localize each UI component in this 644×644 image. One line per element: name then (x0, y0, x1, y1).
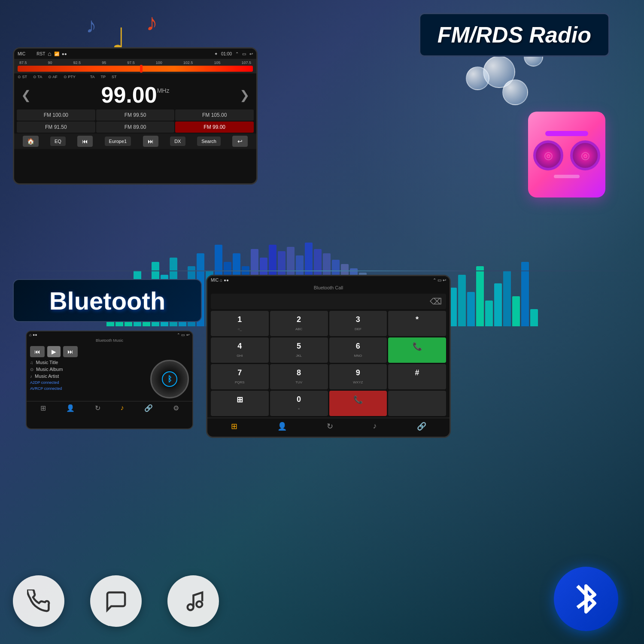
fm-scale-1025: 102.5 (183, 61, 193, 65)
key-5[interactable]: 5 JKL (270, 337, 328, 363)
bt-backspace-icon[interactable]: ⌫ (430, 296, 442, 307)
phone-circle-icon[interactable] (13, 575, 64, 627)
bt-next-button[interactable]: ⏭ (63, 346, 78, 357)
message-circle-icon[interactable] (90, 575, 142, 627)
fm-status-bar: MIC RST ⌂ 📶 ●● ✦ 01:00 ⌃ ▭ ↩ (14, 49, 256, 59)
bt-nav-link-icon[interactable]: 🔗 (144, 404, 153, 412)
key-3[interactable]: 3 DEF (329, 311, 387, 336)
key-3-main: 3 (332, 315, 385, 324)
bt-phone-nav-contacts-icon[interactable]: 👤 (277, 422, 287, 431)
key-9-sub: WXYZ (353, 380, 363, 384)
key-2-sub: ABC (295, 327, 302, 331)
fm-back-icon[interactable]: ↩ (249, 52, 253, 56)
bt-track-title-row: ♫ Music Title (30, 360, 145, 365)
bt-music-screen[interactable]: ⌂ ●● ⌃ ▭ ↩ Bluetooth Music ⏮ ▶ ⏭ ♫ Music… (26, 331, 193, 429)
fm-rst-label: RST (36, 52, 45, 56)
fm-frequency-row: ❮ 99.00 MHz ❯ (14, 80, 256, 109)
bt-play-button[interactable]: ▶ (47, 346, 61, 357)
fm-home-icon[interactable]: ⌂ (48, 50, 51, 57)
key-5-main: 5 (273, 342, 325, 351)
key-6-main: 6 (332, 342, 385, 351)
bt-disc-center: ᛒ (162, 371, 177, 387)
bt-nav-person-icon[interactable]: 👤 (66, 404, 75, 412)
fm-preset-5[interactable]: FM 89.00 (96, 122, 175, 133)
key-2[interactable]: 2 ABC (270, 311, 328, 336)
key-4-main: 4 (213, 342, 266, 351)
fm-status-left: MIC RST ⌂ 📶 ●● (18, 50, 67, 57)
fm-preset-6[interactable]: FM 99.00 (175, 122, 254, 133)
bt-nav-apps-icon[interactable]: ⊞ (40, 404, 46, 412)
key-8[interactable]: 8 TUV (270, 364, 328, 389)
fm-eq-button[interactable]: EQ (50, 137, 66, 146)
eq-bar-41 (476, 266, 484, 326)
bt-prev-button[interactable]: ⏮ (30, 346, 45, 357)
fm-expand-icon: ⌃ (235, 52, 239, 56)
boombox-speaker-left: ◎ (533, 140, 563, 170)
fm-scale-975: 97.5 (127, 61, 135, 65)
fm-search-button[interactable]: Search (197, 137, 221, 146)
fm-preset-2[interactable]: FM 99.50 (96, 109, 175, 121)
key-hash-main: # (391, 368, 444, 377)
fm-scale-105: 105 (214, 61, 220, 65)
bt-phone-nav-keypad-icon[interactable]: ⊞ (231, 422, 237, 431)
key-9[interactable]: 9 WXYZ (329, 364, 387, 389)
key-hangup[interactable]: 📞 (329, 391, 387, 416)
fm-preset-4[interactable]: FM 91.50 (17, 122, 95, 133)
bt-title-icon: ♫ (30, 360, 33, 365)
bt-artist-icon: ♪ (30, 374, 32, 379)
fm-prev-button[interactable]: ❮ (21, 88, 31, 102)
fm-europe1-button[interactable]: Europe1 (105, 137, 131, 146)
bt-track-album-row: ⊙ Music Album (30, 367, 145, 372)
fm-indicators: ⊙ ST ⊙ TA ⊙ AF ⊙ PTY TA TP ST (14, 73, 256, 80)
key-call[interactable]: 📞 (388, 337, 446, 363)
eq-bar-40 (467, 292, 475, 326)
fm-presets: FM 100.00 FM 99.50 FM 105.00 FM 91.50 FM… (14, 109, 256, 133)
key-0[interactable]: 0 + (270, 391, 328, 416)
eq-bar-44 (503, 270, 511, 326)
bt-phone-screen[interactable]: MIC ⌂ ●● ⌃ ▭ ↩ Bluetooth Call ⌫ 1 ○_ 2 A… (206, 275, 451, 438)
fm-next-button[interactable]: ❯ (240, 88, 249, 102)
key-hash[interactable]: # (388, 364, 446, 389)
boombox-area: ◎ ◎ (519, 94, 614, 215)
bt-phone-status-right: ⌃ ▭ ↩ (433, 278, 446, 283)
fm-home-button[interactable]: 🏠 (23, 136, 39, 147)
fm-slider-thumb[interactable] (140, 65, 143, 73)
key-2-main: 2 (273, 315, 325, 324)
key-4[interactable]: 4 GHI (211, 337, 269, 363)
fm-prev-track-button[interactable]: ⏮ (77, 136, 93, 147)
bt-phone-nav-link-icon[interactable]: 🔗 (417, 422, 426, 431)
bt-nav-settings-icon[interactable]: ⚙ (173, 404, 179, 412)
bluetooth-logo-circle[interactable] (554, 567, 618, 631)
bt-phone-nav-calls-icon[interactable]: ↻ (327, 422, 333, 431)
bt-nav-refresh-icon[interactable]: ↻ (95, 404, 100, 412)
bt-track-artist-row: ♪ Music Artist (30, 374, 145, 379)
key-star[interactable]: * (388, 311, 446, 336)
fm-radio-screen[interactable]: MIC RST ⌂ 📶 ●● ✦ 01:00 ⌃ ▭ ↩ 87.5 90 92.… (13, 47, 258, 185)
key-call-icon: 📞 (391, 342, 444, 351)
fm-scale-925: 92.5 (73, 61, 81, 65)
fm-controls: 🏠 EQ ⏮ Europe1 ⏭ DX Search ↩ (14, 134, 256, 149)
fm-preset-3[interactable]: FM 105.00 (175, 109, 254, 121)
bt-music-screen-title: Bluetooth Music (27, 338, 192, 343)
fm-tuner-slider[interactable] (18, 66, 253, 72)
bt-phone-bottom-nav: ⊞ 👤 ↻ ♪ 🔗 (207, 418, 450, 434)
key-9-main: 9 (332, 368, 385, 377)
fm-back-button[interactable]: ↩ (232, 136, 248, 147)
eq-bar-47 (530, 309, 538, 326)
fm-scale-90: 90 (48, 61, 52, 65)
bt-nav-music-icon[interactable]: ♪ (121, 404, 124, 412)
music-circle-icon[interactable] (167, 575, 219, 627)
fm-indicator-tp: TP (101, 75, 106, 79)
fm-next-track-button[interactable]: ⏭ (143, 136, 158, 147)
key-6[interactable]: 6 MNO (329, 337, 387, 363)
key-keypad[interactable]: ⊞ (211, 391, 269, 416)
fm-preset-1[interactable]: FM 100.00 (17, 109, 95, 121)
bt-phone-nav-music-icon[interactable]: ♪ (373, 422, 377, 431)
bt-playback-controls: ⏮ ▶ ⏭ (27, 343, 192, 360)
key-1[interactable]: 1 ○_ (211, 311, 269, 336)
fm-frequency-value: 99.00 (101, 84, 157, 106)
key-7-sub: PQRS (235, 380, 245, 384)
bt-avrcp-status: AVRCP connected (30, 386, 145, 391)
key-7[interactable]: 7 PQRS (211, 364, 269, 389)
fm-dx-button[interactable]: DX (170, 137, 185, 146)
